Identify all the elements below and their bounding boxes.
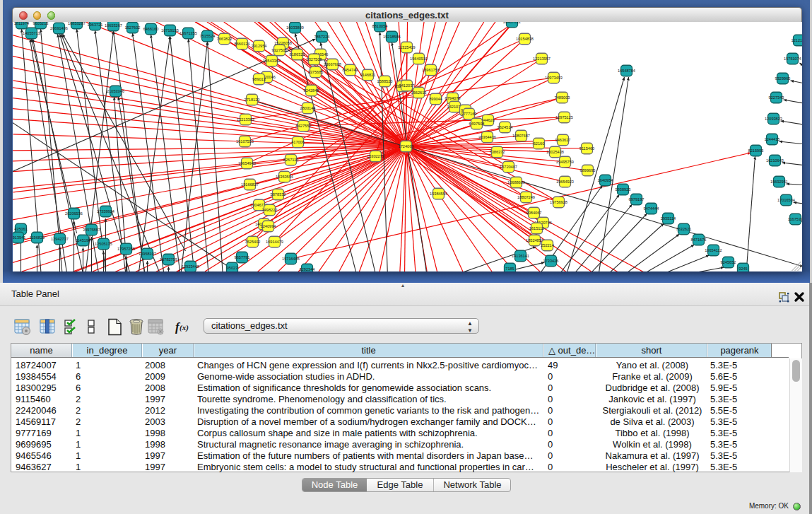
svg-text:7386372: 7386372	[489, 150, 505, 154]
svg-text:9242848: 9242848	[303, 88, 319, 93]
svg-text:5878332: 5878332	[270, 192, 286, 197]
svg-text:10154838: 10154838	[516, 37, 534, 41]
svg-text:7857224: 7857224	[314, 35, 329, 39]
svg-text:10653267: 10653267	[105, 23, 122, 28]
svg-text:10654112: 10654112	[705, 248, 722, 252]
svg-text:19756928: 19756928	[550, 200, 567, 204]
svg-text:8427552: 8427552	[295, 124, 311, 128]
svg-text:3375685: 3375685	[307, 70, 323, 74]
svg-text:8186323: 8186323	[289, 52, 305, 57]
svg-text:19654943: 19654943	[238, 161, 256, 165]
svg-text:1527602: 1527602	[124, 25, 140, 30]
svg-text:2803144: 2803144	[300, 106, 315, 110]
svg-text:8267110: 8267110	[283, 158, 298, 162]
svg-text:3498222: 3498222	[261, 208, 277, 212]
svg-text:19654923: 19654923	[556, 180, 574, 184]
svg-text:39975887: 39975887	[83, 228, 100, 232]
svg-text:9474444: 9474444	[643, 206, 659, 211]
svg-text:9227343: 9227343	[768, 95, 784, 100]
svg-text:16543362: 16543362	[263, 59, 281, 63]
svg-text:1724069: 1724069	[398, 144, 413, 148]
svg-text:10719155: 10719155	[161, 28, 179, 33]
svg-text:16107553: 16107553	[236, 139, 254, 144]
svg-text:1244415: 1244415	[764, 137, 779, 141]
svg-text:17957255: 17957255	[117, 247, 135, 251]
svg-text:1811974: 1811974	[13, 22, 28, 25]
svg-text:15751074: 15751074	[784, 57, 801, 61]
svg-text:10025438: 10025438	[546, 150, 564, 154]
svg-text:19166827: 19166827	[241, 182, 259, 187]
svg-text:7485003: 7485003	[554, 95, 570, 100]
svg-text:1167533: 1167533	[787, 217, 801, 221]
svg-text:20691406: 20691406	[50, 26, 68, 30]
svg-text:1156829: 1156829	[29, 235, 44, 240]
svg-text:9412037: 9412037	[399, 83, 414, 88]
svg-text:7185: 7185	[505, 267, 514, 271]
svg-text:9245652: 9245652	[720, 260, 736, 264]
svg-text:17016504: 17016504	[777, 198, 795, 202]
svg-text:12975125: 12975125	[555, 115, 573, 119]
svg-text:18807249: 18807249	[517, 195, 535, 199]
svg-text:899044: 899044	[429, 97, 442, 101]
svg-text:252214: 252214	[541, 243, 554, 247]
svg-text:14055713: 14055713	[23, 31, 40, 35]
svg-text:7625402: 7625402	[245, 240, 260, 244]
svg-text:9245: 9245	[739, 267, 747, 271]
svg-text:15720407: 15720407	[500, 165, 517, 169]
svg-text:16914479: 16914479	[266, 240, 283, 244]
svg-text:6794078: 6794078	[445, 96, 460, 100]
svg-text:16671355: 16671355	[180, 31, 197, 35]
svg-text:3624514: 3624514	[497, 125, 512, 129]
svg-text:6899695: 6899695	[579, 168, 595, 173]
svg-text:8471676: 8471676	[690, 238, 706, 242]
svg-text:6466160: 6466160	[143, 27, 158, 31]
svg-text:2935114: 2935114	[660, 216, 675, 221]
svg-text:7515524: 7515524	[199, 34, 215, 38]
svg-text:9084067: 9084067	[526, 211, 541, 215]
svg-text:417006: 417006	[291, 140, 305, 144]
svg-text:15716485: 15716485	[282, 257, 300, 261]
svg-text:9777169: 9777169	[461, 112, 476, 116]
svg-text:20364436: 20364436	[478, 135, 496, 139]
svg-text:20487612: 20487612	[503, 22, 521, 24]
svg-text:989013: 989013	[252, 77, 266, 81]
svg-text:14136141: 14136141	[512, 254, 529, 258]
svg-text:8660124: 8660124	[234, 42, 249, 46]
svg-text:8215955: 8215955	[748, 148, 763, 153]
svg-text:16961758: 16961758	[422, 68, 440, 72]
svg-text:17359924: 17359924	[97, 209, 114, 214]
svg-text:12213383: 12213383	[237, 117, 254, 122]
svg-text:10807487: 10807487	[512, 134, 530, 138]
svg-text:6497508: 6497508	[469, 122, 484, 126]
svg-text:7663822: 7663822	[216, 37, 232, 41]
svg-text:18524851: 18524851	[526, 238, 543, 243]
svg-text:1212123: 1212123	[791, 38, 801, 42]
svg-text:62160: 62160	[533, 141, 544, 146]
svg-text:20206536: 20206536	[65, 211, 83, 216]
svg-text:3912954: 3912954	[251, 44, 266, 48]
svg-text:7632621: 7632621	[676, 227, 691, 231]
svg-text:11325419: 11325419	[398, 45, 415, 49]
svg-text:16033809: 16033809	[286, 25, 304, 30]
svg-text:(x): (x)	[180, 323, 189, 332]
svg-text:10973493: 10973493	[545, 76, 563, 80]
svg-text:9605213: 9605213	[33, 22, 48, 25]
svg-text:2718120: 2718120	[244, 98, 259, 102]
svg-text:1963721: 1963721	[87, 23, 102, 27]
svg-text:1145194: 1145194	[75, 238, 90, 243]
svg-text:15353594: 15353594	[276, 175, 293, 179]
svg-text:8454749: 8454749	[342, 68, 358, 72]
svg-text:12942737: 12942737	[51, 237, 69, 241]
svg-text:9657791: 9657791	[234, 255, 249, 259]
svg-text:23667608: 23667608	[324, 62, 341, 66]
svg-text:9146821: 9146821	[360, 73, 375, 77]
svg-text:9463627: 9463627	[555, 138, 570, 142]
svg-text:1292344: 1292344	[299, 267, 314, 271]
svg-text:16210643: 16210643	[766, 158, 784, 163]
svg-text:16782759: 16782759	[160, 257, 177, 262]
svg-text:15640910: 15640910	[410, 57, 428, 61]
svg-text:9327505: 9327505	[271, 48, 287, 52]
svg-text:15692951: 15692951	[770, 180, 788, 184]
svg-text:1733426: 1733426	[543, 259, 558, 263]
svg-text:12213957: 12213957	[533, 57, 551, 61]
